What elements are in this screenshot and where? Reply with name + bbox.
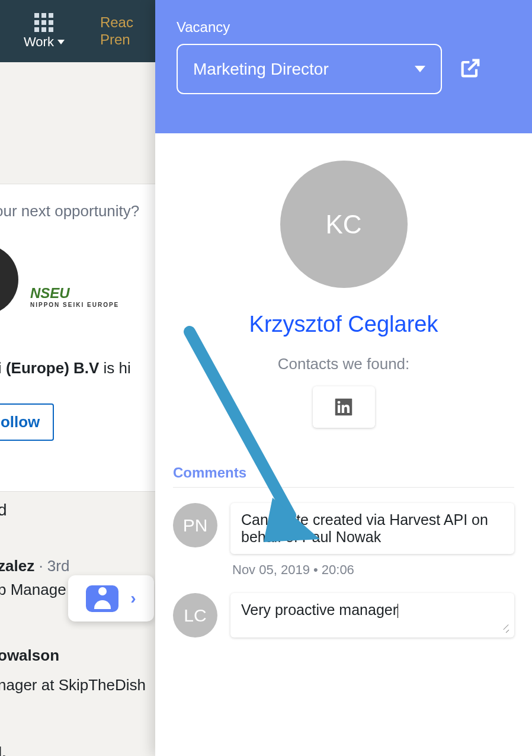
follow-button[interactable]: Follow: [0, 403, 54, 441]
avatar-initials: PN: [183, 515, 208, 536]
vacancy-select[interactable]: Marketing Director: [177, 44, 442, 94]
extension-popup[interactable]: ›: [68, 575, 154, 622]
linkedin-icon: [332, 396, 355, 418]
comments-header: Comments: [173, 465, 514, 488]
promo-card: our next opportunity? NSEU NIPPON SEIKI …: [0, 184, 160, 492]
comment-meta: Nov 05, 2019 • 20:06: [232, 562, 514, 578]
premium-link[interactable]: Reac Pren: [100, 14, 133, 49]
chevron-down-icon: [57, 40, 65, 44]
hiring-text: ki (Europe) B.V is hi: [0, 359, 131, 377]
comment-avatar: LC: [173, 593, 217, 638]
comment-text: Candidate created via Harvest API on beh…: [241, 511, 488, 545]
avatar-initials: KC: [325, 210, 361, 239]
panel-header: Vacancy Marketing Director: [155, 0, 532, 133]
candidate-name[interactable]: Krzysztof Ceglarek: [173, 312, 514, 337]
comment-text: Very proactive manager: [241, 601, 398, 618]
comment-input[interactable]: Very proactive manager: [230, 593, 514, 638]
apps-menu-label: Work: [24, 34, 54, 50]
linkedin-contact-button[interactable]: [313, 386, 375, 428]
vacancy-value: Marketing Director: [193, 60, 329, 79]
person-icon: [86, 585, 118, 612]
company-logo: NSEU NIPPON SEIKI EUROPE: [30, 285, 119, 308]
comment-bubble: Candidate created via Harvest API on beh…: [230, 503, 514, 554]
candidate-avatar: KC: [280, 161, 408, 288]
resize-handle-icon: [502, 627, 511, 635]
candidate-panel: Vacancy Marketing Director KC Krzysztof …: [155, 0, 532, 756]
open-external-icon: [459, 56, 482, 80]
comment-avatar: PN: [173, 503, 217, 547]
chevron-right-icon: ›: [130, 589, 136, 608]
avatar: [0, 244, 18, 315]
feed-role: nager at SkipTheDish: [0, 676, 146, 694]
chevron-down-icon: [415, 66, 425, 72]
feed-name: zalez · 3rd: [0, 557, 69, 575]
opportunity-text: our next opportunity?: [0, 202, 148, 220]
feed-role: p Manage: [0, 581, 66, 599]
vacancy-label: Vacancy: [177, 19, 511, 36]
contacts-label: Contacts we found:: [173, 355, 514, 373]
text-fragment: d: [0, 501, 7, 520]
apps-grid-icon: [34, 13, 53, 32]
avatar-initials: LC: [184, 606, 206, 626]
apps-menu[interactable]: Work: [24, 13, 65, 50]
feed-name: owalson: [0, 646, 59, 665]
comment-item: PN Candidate created via Harvest API on …: [173, 503, 514, 554]
feed-name: l.: [0, 744, 6, 756]
open-external-button[interactable]: [459, 56, 482, 82]
panel-body: KC Krzysztof Ceglarek Contacts we found:…: [155, 133, 532, 756]
text-cursor-icon: [398, 604, 398, 618]
comment-item: LC Very proactive manager: [173, 593, 514, 638]
